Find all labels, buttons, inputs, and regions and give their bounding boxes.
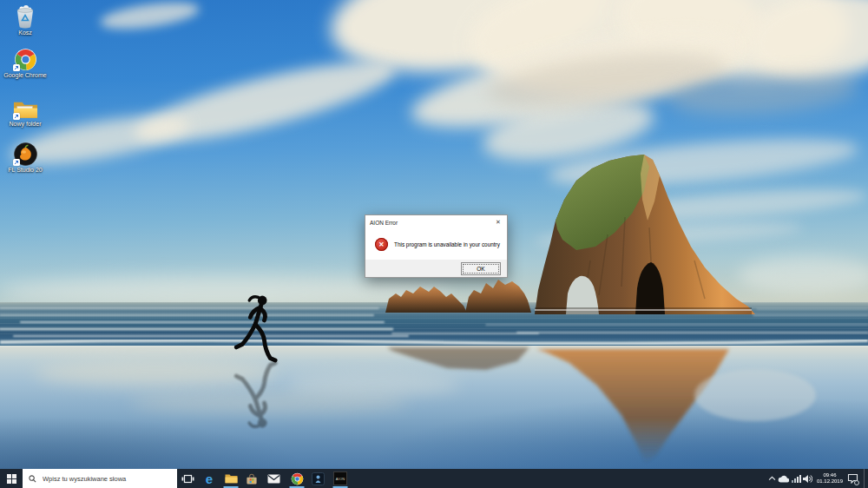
taskbar-aion-button[interactable]: AION — [330, 469, 351, 488]
desktop-icon-label: Google Chrome — [3, 72, 46, 79]
close-icon[interactable]: ✕ — [490, 215, 507, 228]
tray-time: 09:46 — [823, 472, 836, 478]
desktop-icon-label: Nowy folder — [10, 121, 42, 128]
tray-network-button[interactable] — [791, 469, 801, 488]
shortcut-arrow-icon — [13, 64, 20, 71]
onedrive-cloud-icon — [778, 475, 789, 483]
dialog-footer: OK — [365, 260, 507, 277]
task-view-button[interactable] — [178, 469, 197, 488]
tray-date: 01.12.2019 — [817, 478, 843, 485]
taskbar: e — [0, 469, 868, 488]
taskbar-chrome-button[interactable] — [286, 469, 307, 488]
edge-icon: e — [206, 472, 213, 485]
volume-speaker-icon — [802, 474, 812, 484]
search-icon — [29, 475, 36, 483]
network-signal-icon — [792, 474, 801, 483]
file-explorer-icon — [225, 473, 238, 484]
desktop: Kosz Google Chrome — [0, 0, 868, 488]
sand-reflection — [35, 360, 278, 386]
tray-onedrive-button[interactable] — [777, 469, 790, 488]
desktop-icon-fl-studio[interactable]: FL Studio 20 — [1, 140, 49, 174]
error-dialog: AION Error ✕ ✕ This program is unavailab… — [365, 214, 508, 278]
microsoft-store-icon — [246, 472, 258, 485]
recycle-bin-icon — [15, 5, 36, 29]
dialog-titlebar[interactable]: AION Error ✕ — [365, 215, 507, 229]
error-icon: ✕ — [375, 238, 388, 251]
taskbar-edge-button[interactable]: e — [199, 469, 220, 488]
tray-volume-button[interactable] — [801, 469, 813, 488]
taskbar-file-explorer-button[interactable] — [220, 469, 241, 488]
desktop-icon-new-folder[interactable]: Nowy folder — [1, 94, 49, 128]
shortcut-arrow-icon — [13, 113, 20, 120]
notification-badge — [854, 480, 859, 485]
chevron-up-icon — [768, 476, 776, 481]
aion-icon: AION — [333, 472, 347, 485]
search-input[interactable] — [41, 474, 174, 484]
error-message: This program is unavailable in your coun… — [394, 241, 500, 247]
desktop-icon-recycle-bin[interactable]: Kosz — [1, 3, 49, 36]
game-launcher-icon — [312, 472, 325, 485]
desktop-icon-google-chrome[interactable]: Google Chrome — [1, 45, 49, 79]
action-center-button[interactable] — [845, 469, 861, 488]
taskbar-store-button[interactable] — [241, 469, 262, 488]
taskbar-search[interactable] — [23, 469, 177, 488]
start-button[interactable] — [0, 469, 23, 488]
tray-hidden-icons-button[interactable] — [767, 469, 776, 488]
taskbar-game-launcher-button[interactable] — [307, 469, 328, 488]
mail-icon — [267, 474, 280, 484]
ok-button[interactable]: OK — [461, 262, 501, 275]
windows-logo-icon — [7, 474, 16, 484]
sand-reflection — [286, 373, 460, 396]
shortcut-arrow-icon — [13, 159, 20, 166]
desktop-icon-label: FL Studio 20 — [8, 167, 42, 174]
horizon-haze — [738, 256, 868, 294]
task-view-icon — [181, 474, 194, 484]
desktop-icon-label: Kosz — [18, 30, 32, 36]
dialog-title: AION Error — [370, 220, 398, 226]
chrome-icon — [291, 472, 304, 485]
dialog-body: ✕ This program is unavailable in your co… — [365, 229, 507, 260]
sea — [0, 302, 868, 347]
show-desktop-button[interactable] — [864, 469, 868, 488]
tray-clock[interactable]: 09:46 01.12.2019 — [812, 469, 847, 488]
taskbar-mail-button[interactable] — [263, 469, 284, 488]
